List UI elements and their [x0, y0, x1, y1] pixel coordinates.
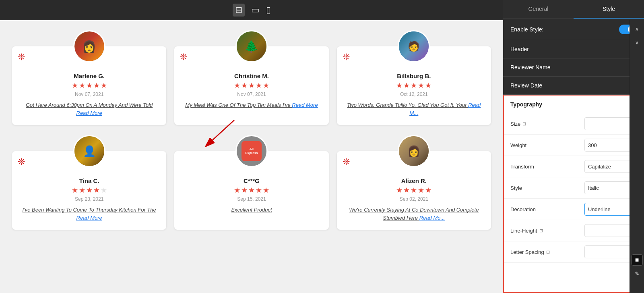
typo-select-decoration[interactable]: Underline None Overline Line-through	[584, 203, 637, 216]
review-date-billsburg: Oct 12, 2021	[345, 91, 483, 97]
monitor-icon-letter-spacing: ⊡	[546, 249, 550, 255]
aliexpress-logo: AliExpress	[242, 141, 262, 161]
read-more-tina[interactable]: Read More	[76, 215, 102, 221]
reviewer-name-tina: Tina C.	[20, 177, 158, 184]
typo-input-size[interactable]	[584, 117, 637, 130]
section-reviewer-name-label: Reviewer Name	[510, 64, 551, 71]
typo-label-weight: Weight	[510, 142, 526, 148]
tab-general[interactable]: General	[503, 0, 574, 19]
tablet-icon[interactable]: ▭	[251, 5, 260, 15]
stars-christine: ★ ★ ★ ★ ★	[182, 81, 320, 90]
section-review-date[interactable]: Review Date ›	[503, 77, 644, 95]
reviews-area: 👩 ❊ Marlene G. ★ ★ ★ ★ ★ Nov 07, 2021 Go…	[0, 20, 503, 293]
review-date-cg: Sep 15, 2021	[182, 196, 320, 202]
typography-bottom-row: ∧	[504, 263, 643, 278]
yelp-logo-tina: ❊	[18, 157, 25, 167]
review-date-tina: Sep 23, 2021	[20, 196, 158, 202]
typo-label-line-height: Line-Height ⊡	[510, 228, 543, 234]
reviewer-name-alizen: Alizen R.	[345, 177, 483, 184]
right-panel: General Style Enable Style: Header › Rev…	[503, 0, 644, 293]
typo-label-decoration: Decoration	[510, 206, 536, 212]
review-text-tina: I've Been Wanting To Come To Thursday Ki…	[20, 206, 158, 222]
toolbar: ⊟ ▭ ▯	[0, 0, 503, 20]
typo-row-weight: Weight 300 400 500 600 700 ▾	[504, 135, 643, 156]
typo-select-weight[interactable]: 300 400 500 600 700	[584, 139, 637, 152]
stars-cg: ★ ★ ★ ★ ★	[182, 186, 320, 195]
typo-row-letter-spacing: Letter Spacing ⊡	[504, 241, 643, 263]
review-date-christine: Nov 07, 2021	[182, 91, 320, 97]
yelp-logo-marlene: ❊	[18, 52, 25, 62]
typography-title: Typography	[510, 101, 542, 108]
section-header-label: Header	[510, 46, 529, 52]
review-text-billsburg: Two Words: Grande Tullio Yo. Glad You Go…	[345, 101, 483, 117]
side-icon-edit[interactable]: ✎	[632, 268, 643, 279]
avatar-alizen: 👩	[398, 135, 430, 167]
section-reviewer-name[interactable]: Reviewer Name ›	[503, 58, 644, 77]
review-date-alizen: Sep 02, 2021	[345, 196, 483, 202]
reviewer-name-marlene: Marlene G.	[20, 73, 158, 79]
read-more-marlene[interactable]: Read More	[76, 110, 102, 116]
review-card-tina: 👤 ❊ Tina C. ★ ★ ★ ★ ★ Sep 23, 2021 I've …	[12, 151, 166, 230]
tab-style[interactable]: Style	[574, 0, 644, 19]
typo-label-transform: Transform	[510, 164, 534, 170]
typo-label-letter-spacing: Letter Spacing ⊡	[510, 249, 550, 255]
typo-row-transform: Transform Capitalize None Uppercase Lowe…	[504, 156, 643, 177]
read-more-alizen[interactable]: Read Mo...	[419, 215, 445, 221]
enable-style-label: Enable Style:	[510, 26, 544, 33]
yelp-logo-christine: ❊	[180, 52, 187, 62]
review-card-marlene: 👩 ❊ Marlene G. ★ ★ ★ ★ ★ Nov 07, 2021 Go…	[12, 46, 166, 125]
review-card-billsburg: 🧑 ❊ Billsburg B. ★ ★ ★ ★ ★ Oct 12, 2021 …	[337, 46, 491, 125]
section-review-date-label: Review Date	[510, 82, 542, 89]
side-icons-strip: ∧ ∨ ■ ✎	[630, 20, 644, 293]
reviewer-name-billsburg: Billsburg B.	[345, 73, 483, 79]
desktop-icon[interactable]: ⊟	[233, 4, 245, 17]
review-text-marlene: Got Here Around 6:30pm On A Monday And W…	[20, 101, 158, 117]
stars-marlene: ★ ★ ★ ★ ★	[20, 81, 158, 90]
review-card-cg: AliExpress C***G ★ ★ ★ ★ ★ Sep 15, 2021 …	[174, 151, 328, 230]
typo-row-size: Size ⊡	[504, 113, 643, 135]
yelp-logo-alizen: ❊	[343, 157, 350, 167]
stars-billsburg: ★ ★ ★ ★ ★	[345, 81, 483, 90]
typo-row-line-height: Line-Height ⊡	[504, 220, 643, 241]
side-icon-expand-up[interactable]: ∧	[632, 23, 643, 35]
typo-select-style[interactable]: Italic Normal Oblique	[584, 181, 637, 194]
avatar-christine: 🌲	[235, 30, 268, 62]
typo-select-weight-wrapper: 300 400 500 600 700 ▾	[584, 139, 637, 152]
typo-row-decoration: Decoration Underline None Overline Line-…	[504, 199, 643, 220]
monitor-icon-line-height: ⊡	[539, 228, 543, 233]
monitor-icon-size: ⊡	[522, 121, 526, 127]
panel-tabs: General Style	[503, 0, 644, 19]
review-card-alizen: 👩 ❊ Alizen R. ★ ★ ★ ★ ★ Sep 02, 2021 We'…	[337, 151, 491, 230]
section-header[interactable]: Header ›	[503, 40, 644, 58]
typo-row-style: Style Italic Normal Oblique ▾	[504, 177, 643, 199]
read-more-christine[interactable]: Read More	[292, 102, 318, 108]
read-more-billsburg[interactable]: Read M...	[409, 102, 481, 116]
reviews-grid: 👩 ❊ Marlene G. ★ ★ ★ ★ ★ Nov 07, 2021 Go…	[12, 28, 491, 230]
side-icon-expand-down[interactable]: ∨	[632, 37, 643, 48]
typography-panel: Typography ↺ Size ⊡ Weight 300 400 500 6…	[503, 95, 644, 293]
typo-select-style-wrapper: Italic Normal Oblique ▾	[584, 181, 637, 194]
review-date-marlene: Nov 07, 2021	[20, 91, 158, 97]
side-icon-square[interactable]: ■	[632, 254, 643, 266]
typo-select-decoration-wrapper: Underline None Overline Line-through ▾	[584, 203, 637, 216]
avatar-cg: AliExpress	[235, 135, 268, 167]
typo-select-transform-wrapper: Capitalize None Uppercase Lowercase ▾	[584, 160, 637, 173]
yelp-logo-billsburg: ❊	[343, 52, 350, 62]
typo-select-transform[interactable]: Capitalize None Uppercase Lowercase	[584, 160, 637, 173]
typo-input-letter-spacing[interactable]	[584, 245, 637, 258]
reviewer-name-christine: Christine M.	[182, 73, 320, 79]
typo-label-size: Size ⊡	[510, 121, 526, 127]
typography-header: Typography ↺	[504, 96, 643, 113]
typo-label-style: Style	[510, 185, 522, 191]
typo-input-line-height[interactable]	[584, 224, 637, 237]
avatar-billsburg: 🧑	[398, 30, 430, 62]
review-card-christine: 🌲 ❊ Christine M. ★ ★ ★ ★ ★ Nov 07, 2021 …	[174, 46, 328, 125]
avatar-tina: 👤	[73, 135, 105, 167]
stars-tina: ★ ★ ★ ★ ★	[20, 186, 158, 195]
review-text-cg: Excellent Product	[182, 206, 320, 214]
mobile-icon[interactable]: ▯	[266, 5, 271, 15]
enable-style-row: Enable Style:	[503, 19, 644, 40]
avatar-marlene: 👩	[73, 30, 105, 62]
stars-alizen: ★ ★ ★ ★ ★	[345, 186, 483, 195]
review-text-alizen: We're Currently Staying At Co Downtown A…	[345, 206, 483, 222]
